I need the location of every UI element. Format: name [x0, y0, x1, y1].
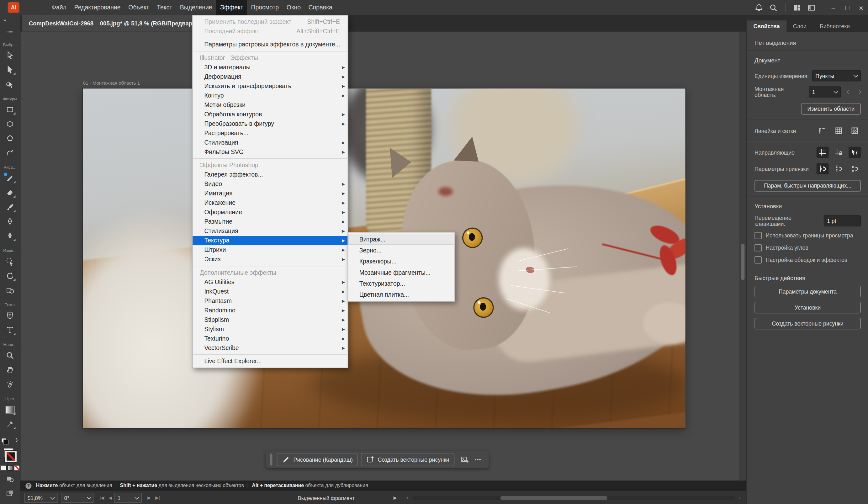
group-selection-tool[interactable] [3, 78, 17, 91]
pixel-grid-icon[interactable] [849, 125, 861, 136]
checkbox[interactable] [754, 244, 762, 251]
submenu-item[interactable]: Цветная плитка... [348, 289, 454, 300]
submenu-item[interactable]: Зерно... [348, 245, 454, 256]
menu-item[interactable]: Phantasm▶ [193, 296, 348, 306]
menu-item[interactable]: Растрировать... [193, 128, 348, 138]
menu-item[interactable]: Stylism▶ [193, 324, 348, 334]
panel-tab-inactive[interactable]: Библиотеки [813, 20, 856, 32]
zoom-level-dropdown[interactable]: 51,8% [24, 493, 58, 503]
drag-handle[interactable] [270, 453, 272, 466]
vertical-scrollbar-thumb[interactable] [741, 244, 745, 280]
selection-tool[interactable] [3, 49, 17, 62]
swap-fill-stroke-icon[interactable] [10, 437, 19, 446]
grid-icon[interactable] [833, 125, 845, 136]
ellipse-tool[interactable] [3, 117, 17, 131]
none-swatch-button[interactable] [13, 465, 19, 471]
draw-modes-icon[interactable] [3, 487, 17, 500]
transform-tool[interactable] [3, 255, 17, 268]
menu-item[interactable]: Randomino▶ [193, 306, 348, 315]
close-icon[interactable]: × [854, 0, 868, 15]
menu-item[interactable]: InkQuest▶ [193, 287, 348, 296]
guides-icon[interactable] [817, 147, 829, 158]
collapse-panel-icon[interactable]: » [3, 17, 6, 23]
menubar-item[interactable]: Просмотр [247, 0, 282, 15]
snap-grid-icon[interactable] [833, 163, 845, 174]
prev-artboard-icon[interactable] [847, 90, 852, 94]
horizontal-scrollbar[interactable]: ‹ › [407, 493, 741, 502]
more-tools-icon[interactable] [3, 501, 17, 504]
menu-item[interactable]: Размытие▶ [193, 217, 348, 226]
next-artboard-icon[interactable] [857, 90, 862, 94]
paintbrush-tool[interactable] [3, 200, 17, 214]
menu-item[interactable]: Исказить и трансформировать▶ [193, 82, 348, 91]
checkbox[interactable] [754, 232, 762, 239]
menubar-item[interactable]: Эффект [216, 0, 247, 15]
menu-item[interactable]: Параметры растровых эффектов в документе… [193, 40, 348, 49]
minimize-icon[interactable]: – [827, 0, 840, 15]
quick-action-button[interactable]: Параметры документа [754, 286, 861, 297]
first-artboard-icon[interactable]: |◀ [100, 495, 104, 500]
workspace-switcher-icon[interactable] [804, 0, 819, 15]
generate-vectors-button[interactable]: Создать векторные рисунки [361, 453, 454, 466]
panel-tab-inactive[interactable]: Слои [786, 20, 813, 32]
screen-mode-icon[interactable] [3, 472, 17, 485]
submenu-item[interactable]: Кракелюры... [348, 256, 454, 267]
menubar-item[interactable]: Файл [48, 0, 70, 15]
menu-item[interactable]: Деформация▶ [193, 72, 348, 81]
menu-item[interactable]: Обработка контуров▶ [193, 110, 348, 119]
menu-item[interactable]: Live Effect Explorer... [193, 357, 348, 366]
image-reference-icon[interactable] [457, 453, 471, 466]
curvature-tool[interactable] [3, 215, 17, 228]
menubar-item[interactable]: Редактирование [70, 0, 124, 15]
touch-type-tool[interactable] [3, 309, 17, 322]
menu-item[interactable]: Контур▶ [193, 91, 348, 100]
search-icon[interactable] [766, 0, 781, 15]
quick-action-button[interactable]: Установки [754, 302, 861, 313]
scroll-right-icon[interactable]: › [739, 495, 741, 501]
more-options-icon[interactable] [471, 453, 484, 466]
smart-guides-icon[interactable] [849, 147, 861, 158]
artboard-dropdown[interactable]: 1 [809, 86, 841, 97]
menu-item[interactable]: VectorScribe▶ [193, 343, 348, 352]
direct-selection-tool[interactable] [3, 63, 17, 76]
pencil-tool[interactable] [3, 172, 17, 185]
snap-pixel-icon[interactable] [849, 163, 861, 174]
menu-item[interactable]: 3D и материалы▶ [193, 62, 348, 72]
maximize-icon[interactable]: □ [840, 0, 854, 15]
status-expand-icon[interactable]: ▶ [394, 495, 397, 500]
menu-item[interactable]: Имитация▶ [193, 189, 348, 198]
horizontal-scrollbar-thumb[interactable] [500, 496, 607, 500]
last-artboard-icon[interactable]: ▶| [155, 495, 160, 500]
menubar-item[interactable]: Объект [124, 0, 153, 15]
edit-artboards-button[interactable]: Изменить области [801, 103, 861, 114]
document-tab[interactable]: CompDeskWalCol-2968__005.jpg* @ 51,8 % (… [22, 15, 200, 32]
menubar-item[interactable]: Справка [304, 0, 336, 15]
gradient-tool[interactable] [3, 403, 17, 416]
menu-item[interactable]: Галерея эффектов... [193, 170, 348, 179]
checkbox[interactable] [754, 256, 762, 264]
menu-item[interactable]: Стилизация▶ [193, 226, 348, 236]
shape-builder-tool[interactable] [3, 284, 17, 297]
next-artboard-nav-icon[interactable]: ▶ [147, 495, 151, 500]
scroll-left-icon[interactable]: ‹ [407, 495, 408, 501]
polygon-tool[interactable] [3, 132, 17, 145]
menu-item[interactable]: Текстура▶ [193, 236, 348, 245]
gradient-swatch-button[interactable] [7, 465, 13, 471]
menu-item[interactable]: Метки обрезки [193, 100, 348, 110]
lock-guides-icon[interactable] [833, 147, 845, 158]
prev-artboard-nav-icon[interactable]: ◀ [108, 495, 112, 500]
snap-point-icon[interactable] [817, 163, 829, 174]
menu-item[interactable]: Stipplism▶ [193, 315, 348, 324]
panel-tab-active[interactable]: Свойства [747, 20, 786, 32]
eraser-tool[interactable] [3, 186, 17, 199]
default-fill-stroke-icon[interactable] [1, 438, 9, 444]
ruler-icon[interactable] [817, 125, 829, 136]
menu-item[interactable]: Преобразовать в фигуру▶ [193, 119, 348, 128]
rotate-tool[interactable] [3, 269, 17, 282]
menu-item[interactable]: Штрихи▶ [193, 245, 348, 255]
units-dropdown[interactable]: Пункты [812, 70, 861, 81]
color-swatch-button[interactable] [0, 465, 6, 471]
keyboard-increment-field[interactable]: 1 pt [824, 215, 861, 226]
vertical-scrollbar[interactable] [740, 32, 746, 481]
shaper-tool[interactable] [3, 146, 17, 159]
